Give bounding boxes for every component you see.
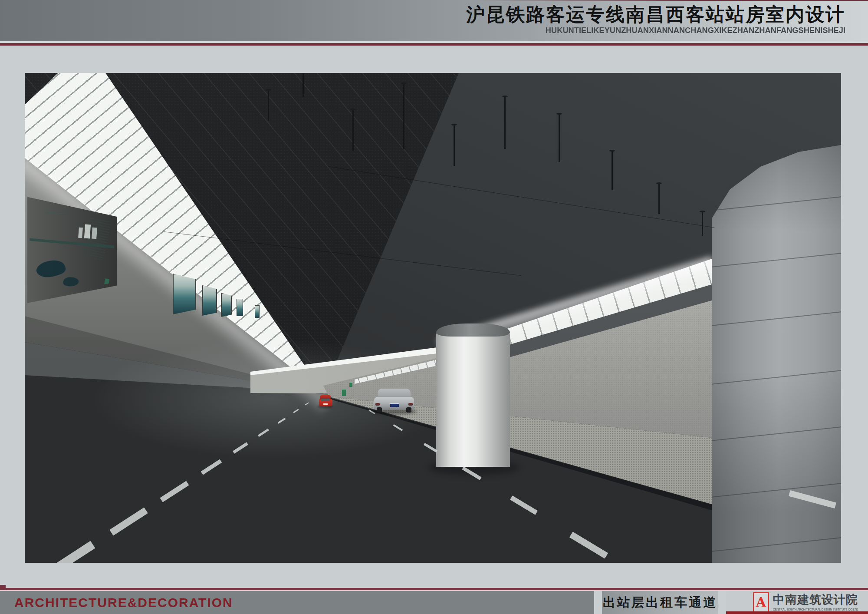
ad-green-tag (104, 278, 109, 286)
drawing-caption-panel: 出站层出租车通道 (602, 591, 718, 614)
ad-building (92, 227, 97, 239)
car-rear-window (321, 399, 330, 401)
red-car (319, 395, 332, 407)
billboard-lightbox-small (173, 274, 196, 314)
car-rear-window (380, 390, 408, 396)
footer-bar: ARCHITECTURE&DECORATION (0, 591, 594, 614)
ceiling-rod (658, 184, 660, 214)
presentation-board: 沪昆铁路客运专线南昌西客站站房室内设计 HUKUNTIELIKEYUNZHUAN… (0, 0, 868, 614)
exit-sign-green (349, 382, 352, 387)
ceiling-rod (403, 84, 404, 149)
car-tail-light (375, 403, 380, 406)
car-license-plate (323, 403, 328, 405)
design-institute-name-en: CENTRAL-SOUTH ARCHITECTURAL DESIGN INSTI… (773, 608, 859, 611)
column-center-cap (436, 324, 510, 337)
ceiling-rod (559, 114, 560, 162)
header-top-accent-line (0, 0, 868, 1)
ad-building (84, 224, 91, 238)
design-institute-names: 中南建筑设计院 CENTRAL-SOUTH ARCHITECTURAL DESI… (773, 592, 866, 611)
billboard-lightbox-small (202, 285, 217, 316)
car-wheel (377, 407, 382, 413)
billboard-lightbox-small (255, 305, 260, 318)
billboard-lightbox-small (237, 299, 243, 316)
ad-logo-swoosh (45, 207, 67, 215)
exit-sign-green (342, 389, 346, 396)
footer-divider-maroon (0, 588, 868, 590)
design-institute-panel: A 中南建筑设计院 CENTRAL-SOUTH ARCHITECTURAL DE… (726, 591, 868, 611)
footer-brand-text: ARCHITECTURE&DECORATION (14, 595, 233, 610)
logo-panel-red-underline (726, 611, 868, 614)
csadi-logo-icon: A (753, 592, 769, 612)
title-block: 沪昆铁路客运专线南昌西客站站房室内设计 HUKUNTIELIKEYUNZHUAN… (466, 4, 845, 35)
ceiling-rod (454, 125, 455, 166)
drawing-caption: 出站层出租车通道 (603, 594, 717, 611)
car-wheel (406, 407, 411, 413)
silver-car (374, 389, 414, 413)
csadi-logo-letter: A (756, 596, 766, 609)
design-institute-name-cn: 中南建筑设计院 (773, 592, 866, 607)
ad-building (78, 227, 83, 238)
footer-accent-mark (0, 585, 6, 588)
project-title-pinyin: HUKUNTIELIKEYUNZHUANXIANNANCHANGXIKEZHAN… (481, 26, 845, 35)
header-band: 沪昆铁路客运专线南昌西客站站房室内设计 HUKUNTIELIKEYUNZHUAN… (0, 0, 868, 41)
project-title: 沪昆铁路客运专线南昌西客站站房室内设计 (466, 4, 845, 25)
car-tail-light (408, 403, 413, 406)
ceiling-rod (268, 90, 269, 121)
billboard-lightbox-small (221, 293, 232, 317)
ceiling-rod (612, 151, 613, 190)
car-license-plate (390, 403, 399, 407)
ceiling-rod (504, 97, 506, 149)
header-divider-maroon (0, 43, 868, 46)
ceiling-rod (702, 212, 703, 236)
column-distant (362, 367, 375, 400)
ad-fish-silhouette (34, 257, 67, 281)
render-image-taxi-passage (25, 73, 841, 563)
ceiling-rod (302, 73, 304, 97)
ceiling-rod (352, 110, 354, 151)
column-center-cylinder (436, 324, 510, 467)
ad-fish-silhouette (62, 276, 79, 288)
